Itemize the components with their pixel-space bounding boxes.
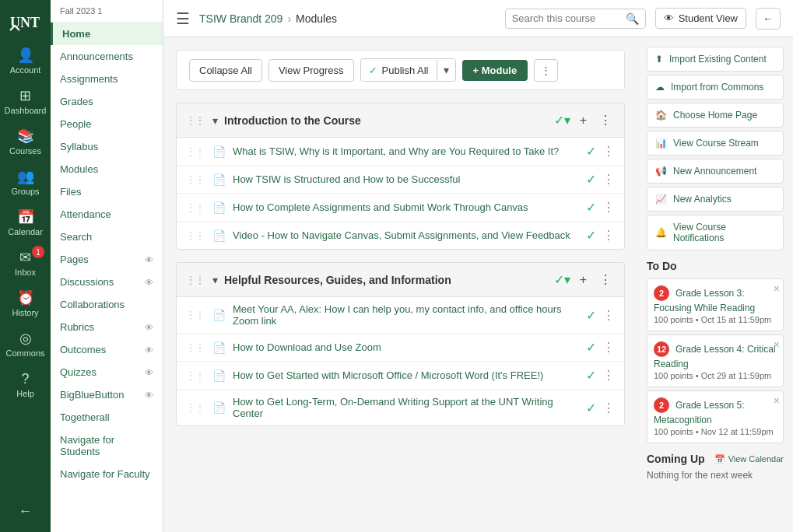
item-more-item1[interactable]: ⋮ bbox=[602, 144, 615, 159]
nav-link-navigate-students[interactable]: Navigate for Students bbox=[51, 429, 163, 463]
item-drag-handle-item8[interactable]: ⋮⋮ bbox=[186, 402, 205, 413]
module-add-btn-module2[interactable]: + bbox=[577, 271, 590, 289]
nav-label-people: People bbox=[60, 118, 91, 130]
module-toggle-module1[interactable]: ▾ bbox=[212, 114, 218, 127]
nav-link-announcements[interactable]: Announcements bbox=[51, 45, 163, 68]
module-drag-handle-module1[interactable]: ⋮⋮ bbox=[186, 115, 205, 126]
nav-link-syllabus[interactable]: Syllabus bbox=[51, 135, 163, 158]
view-progress-button[interactable]: View Progress bbox=[268, 59, 354, 82]
nav-link-discussions[interactable]: Discussions👁 bbox=[51, 271, 163, 293]
right-action-icon-new-announcement: 📢 bbox=[655, 166, 667, 177]
nav-label-rubrics: Rubrics bbox=[60, 321, 94, 333]
right-action-new-announcement[interactable]: 📢New Announcement bbox=[647, 159, 784, 184]
module-more-btn-module2[interactable]: ⋮ bbox=[596, 271, 615, 289]
sidebar-collapse[interactable]: ← bbox=[0, 492, 51, 532]
nav-link-attendance[interactable]: Attendance bbox=[51, 203, 163, 226]
menu-button[interactable]: ☰ bbox=[176, 9, 190, 28]
module-item-item3: ⋮⋮ 📄 How to Complete Assignments and Sub… bbox=[177, 194, 624, 222]
add-module-button[interactable]: + Module bbox=[462, 60, 528, 81]
publish-arrow-button[interactable]: ▾ bbox=[437, 59, 455, 81]
nav-link-outcomes[interactable]: Outcomes👁 bbox=[51, 338, 163, 361]
nav-label-files: Files bbox=[60, 186, 81, 198]
nav-link-people[interactable]: People bbox=[51, 113, 163, 135]
topbar-collapse-button[interactable]: ← bbox=[756, 8, 781, 30]
right-action-icon-choose-home: 🏠 bbox=[655, 110, 667, 121]
item-drag-handle-item5[interactable]: ⋮⋮ bbox=[186, 310, 205, 320]
nav-link-rubrics[interactable]: Rubrics👁 bbox=[51, 316, 163, 338]
nav-label-outcomes: Outcomes bbox=[60, 344, 106, 355]
item-drag-handle-item2[interactable]: ⋮⋮ bbox=[186, 174, 205, 185]
nav-link-home[interactable]: Home bbox=[51, 23, 163, 45]
item-more-item2[interactable]: ⋮ bbox=[602, 172, 615, 187]
toolbar-more-button[interactable]: ⋮ bbox=[534, 59, 558, 82]
module-more-btn-module1[interactable]: ⋮ bbox=[596, 111, 615, 129]
nav-link-collaborations[interactable]: Collaborations bbox=[51, 293, 163, 316]
item-title-item7[interactable]: How to Get Started with Microsoft Office… bbox=[233, 369, 580, 381]
item-drag-handle-item7[interactable]: ⋮⋮ bbox=[186, 370, 205, 381]
sidebar-item-groups[interactable]: 👥 Groups bbox=[0, 162, 51, 202]
sidebar-item-account[interactable]: 👤 Account bbox=[0, 40, 51, 81]
sidebar-item-dashboard[interactable]: ⊞ Dashboard bbox=[0, 81, 51, 121]
nav-link-modules[interactable]: Modules bbox=[51, 158, 163, 180]
nav-link-pages[interactable]: Pages👁 bbox=[51, 248, 163, 271]
sidebar-item-inbox[interactable]: 1 ✉ Inbox bbox=[0, 243, 51, 283]
sidebar-label-groups: Groups bbox=[11, 187, 39, 196]
student-view-button[interactable]: 👁 Student View bbox=[655, 8, 746, 29]
todo-close-todo1[interactable]: × bbox=[774, 282, 780, 295]
todo-close-todo2[interactable]: × bbox=[774, 338, 780, 351]
right-action-choose-home[interactable]: 🏠Choose Home Page bbox=[647, 103, 784, 128]
publish-all-main[interactable]: ✓ Publish All bbox=[361, 60, 437, 81]
sidebar-item-courses[interactable]: 📚 Courses bbox=[0, 121, 51, 162]
item-title-item6[interactable]: How to Download and Use Zoom bbox=[233, 341, 580, 353]
right-action-label-import-existing: Import Existing Content bbox=[669, 54, 767, 65]
todo-title-todo2[interactable]: Grade Lesson 4: Critical Reading bbox=[654, 344, 776, 369]
nav-link-assignments[interactable]: Assignments bbox=[51, 68, 163, 90]
item-title-item2[interactable]: How TSIW is Structured and How to be Suc… bbox=[233, 173, 580, 185]
module-drag-handle-module2[interactable]: ⋮⋮ bbox=[186, 275, 205, 285]
module-add-btn-module1[interactable]: + bbox=[577, 112, 590, 129]
item-title-item4[interactable]: Video - How to Navigate Canvas, Submit A… bbox=[233, 229, 580, 241]
right-action-import-commons[interactable]: ☁Import from Commons bbox=[647, 75, 784, 100]
nav-link-bigbluebutton[interactable]: BigBlueButton👁 bbox=[51, 383, 163, 406]
todo-close-todo3[interactable]: × bbox=[774, 394, 780, 407]
search-input[interactable] bbox=[512, 12, 621, 24]
item-more-item4[interactable]: ⋮ bbox=[602, 228, 615, 243]
nav-link-navigate-faculty[interactable]: Navigate for Faculty bbox=[51, 463, 163, 485]
item-drag-handle-item3[interactable]: ⋮⋮ bbox=[186, 202, 205, 213]
item-title-item8[interactable]: How to Get Long-Term, On-Demand Writing … bbox=[233, 396, 580, 419]
item-doc-icon-item2: 📄 bbox=[211, 173, 226, 186]
modules-toolbar: Collapse All View Progress ✓ Publish All… bbox=[176, 50, 625, 90]
nav-link-grades[interactable]: Grades bbox=[51, 90, 163, 113]
right-action-new-analytics[interactable]: 📈New Analytics bbox=[647, 187, 784, 212]
item-drag-handle-item1[interactable]: ⋮⋮ bbox=[186, 146, 205, 157]
sidebar-item-history[interactable]: ⏰ History bbox=[0, 283, 51, 324]
item-drag-handle-item4[interactable]: ⋮⋮ bbox=[186, 230, 205, 241]
item-more-item6[interactable]: ⋮ bbox=[602, 340, 615, 355]
calendar-icon: 📅 bbox=[714, 454, 725, 464]
nav-link-quizzes[interactable]: Quizzes👁 bbox=[51, 361, 163, 383]
nav-link-files[interactable]: Files bbox=[51, 180, 163, 203]
nav-link-togetherall[interactable]: Togetherall bbox=[51, 406, 163, 429]
right-action-view-stream[interactable]: 📊View Course Stream bbox=[647, 131, 784, 156]
module-item-item1: ⋮⋮ 📄 What is TSIW, Why is it Important, … bbox=[177, 138, 624, 166]
sidebar-item-commons[interactable]: ◎ Commons bbox=[0, 324, 51, 364]
item-more-item3[interactable]: ⋮ bbox=[602, 200, 615, 215]
breadcrumb-course[interactable]: TSIW Brandt 209 bbox=[199, 12, 282, 25]
collapse-all-button[interactable]: Collapse All bbox=[189, 59, 262, 82]
sidebar-item-calendar[interactable]: 📅 Calendar bbox=[0, 202, 51, 243]
view-calendar-link[interactable]: 📅 View Calendar bbox=[714, 454, 784, 464]
item-title-item5[interactable]: Meet Your AA, Alex: How I can help you, … bbox=[233, 303, 580, 327]
todo-item-todo2: × 12 Grade Lesson 4: Critical Reading 10… bbox=[647, 334, 784, 387]
item-title-item3[interactable]: How to Complete Assignments and Submit W… bbox=[233, 201, 580, 213]
sidebar-item-help[interactable]: ? Help bbox=[0, 364, 51, 404]
right-action-view-notifications[interactable]: 🔔View Course Notifications bbox=[647, 215, 784, 250]
nav-link-search[interactable]: Search bbox=[51, 226, 163, 248]
item-more-item5[interactable]: ⋮ bbox=[602, 308, 615, 323]
right-action-import-existing[interactable]: ⬆Import Existing Content bbox=[647, 47, 784, 72]
item-more-item7[interactable]: ⋮ bbox=[602, 368, 615, 383]
module-toggle-module2[interactable]: ▾ bbox=[212, 274, 218, 286]
item-more-item8[interactable]: ⋮ bbox=[602, 401, 615, 415]
item-drag-handle-item6[interactable]: ⋮⋮ bbox=[186, 342, 205, 353]
item-check-item2: ✓ bbox=[586, 172, 596, 187]
item-title-item1[interactable]: What is TSIW, Why is it Important, and W… bbox=[233, 145, 580, 157]
